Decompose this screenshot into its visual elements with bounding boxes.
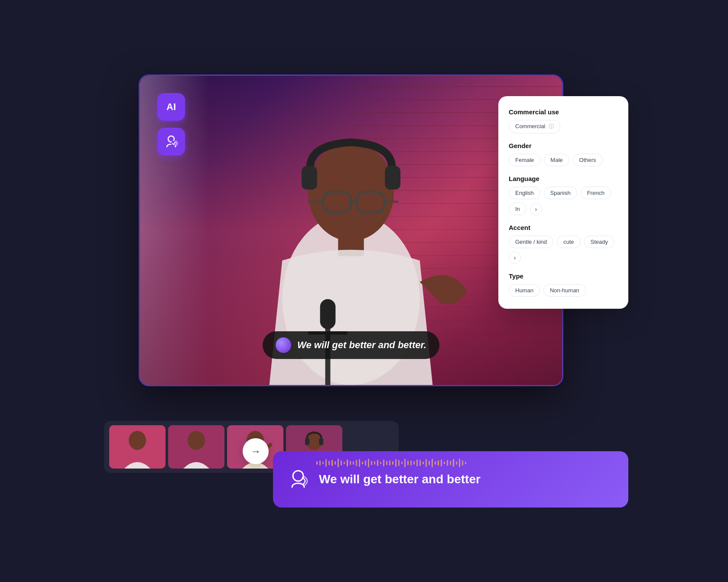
accent-section: Accent Gentle / kind cute Steady › <box>509 224 618 264</box>
accent-more-btn[interactable]: › <box>509 252 521 264</box>
tts-text: We will get better and better <box>319 472 615 486</box>
gender-tag-male[interactable]: Male <box>544 154 569 166</box>
svg-point-14 <box>171 141 176 146</box>
accent-tag-steady[interactable]: Steady <box>584 236 614 248</box>
commercial-use-label: Commercial use <box>509 108 618 116</box>
thumb-1-img <box>109 425 166 469</box>
accent-tag-cute[interactable]: cute <box>557 236 581 248</box>
commercial-use-tags: Commercial ⓘ <box>509 120 618 133</box>
type-tag-human[interactable]: Human <box>509 284 540 297</box>
tts-icon <box>286 467 310 491</box>
type-tag-nonhuman[interactable]: Non-human <box>543 284 586 297</box>
type-section: Type Human Non-human <box>509 272 618 297</box>
type-tags: Human Non-human <box>509 284 618 297</box>
caption-bar: We will get better and better. <box>263 331 439 359</box>
next-arrow-button[interactable]: → <box>243 438 269 464</box>
accent-tags: Gentle / kind cute Steady › <box>509 236 618 264</box>
svg-point-18 <box>188 431 205 450</box>
svg-rect-3 <box>302 166 317 190</box>
accent-label: Accent <box>509 224 618 231</box>
gender-tag-female[interactable]: Female <box>509 154 540 166</box>
language-tag-english[interactable]: English <box>509 187 540 199</box>
svg-rect-4 <box>385 166 400 190</box>
language-tag-in[interactable]: In <box>509 203 526 215</box>
ai-button[interactable]: AI <box>157 93 185 121</box>
accent-tag-gentle[interactable]: Gentle / kind <box>509 236 553 248</box>
language-tag-french[interactable]: French <box>581 187 611 199</box>
avatar-voice-button[interactable] <box>157 128 185 155</box>
svg-point-16 <box>129 431 146 450</box>
ai-label: AI <box>166 101 176 113</box>
language-tags: English Spanish French In › <box>509 187 618 215</box>
svg-rect-25 <box>319 438 323 445</box>
bottom-strip: → We will get better and better <box>104 434 624 508</box>
gender-tag-others[interactable]: Others <box>573 154 603 166</box>
thumb-1[interactable] <box>109 425 166 469</box>
gender-tags: Female Male Others <box>509 154 618 166</box>
gender-section: Gender Female Male Others <box>509 142 618 166</box>
svg-point-1 <box>308 142 394 241</box>
tts-bar: We will get better and better <box>273 451 628 508</box>
commercial-use-section: Commercial use Commercial ⓘ <box>509 108 618 133</box>
svg-point-26 <box>293 471 303 481</box>
caption-orb <box>276 337 291 353</box>
language-label: Language <box>509 175 618 182</box>
commercial-tag[interactable]: Commercial ⓘ <box>509 120 560 133</box>
avatar-voice-icon <box>163 134 179 149</box>
thumb-2-img <box>168 425 224 469</box>
type-label: Type <box>509 272 618 280</box>
svg-rect-12 <box>320 299 336 329</box>
caption-text: We will get better and better. <box>297 340 426 351</box>
gender-label: Gender <box>509 142 618 149</box>
language-section: Language English Spanish French In › <box>509 175 618 215</box>
svg-rect-24 <box>305 438 309 445</box>
waveform <box>316 456 620 469</box>
language-more-btn[interactable]: › <box>530 203 542 215</box>
language-tag-spanish[interactable]: Spanish <box>544 187 577 199</box>
filter-panel: Commercial use Commercial ⓘ Gender Femal… <box>498 96 628 309</box>
thumb-2[interactable] <box>168 425 224 469</box>
